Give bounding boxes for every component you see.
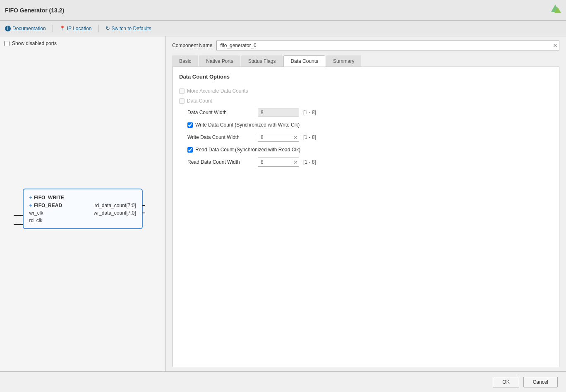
read-count-checkbox[interactable] bbox=[187, 147, 193, 153]
wr-data-count-signal: wr_data_count[7:0] bbox=[94, 210, 136, 216]
read-count-width-label: Read Data Count Width bbox=[187, 159, 254, 165]
data-count-width-input bbox=[258, 108, 299, 117]
fifo-read-plus: + bbox=[29, 202, 33, 208]
tabs-bar: Basic Native Ports Status Flags Data Cou… bbox=[172, 55, 559, 67]
write-count-checkbox[interactable] bbox=[187, 122, 193, 128]
component-name-row: Component Name ✕ bbox=[172, 41, 559, 50]
tab-basic[interactable]: Basic bbox=[172, 55, 198, 67]
title-bar: FIFO Generator (13.2) bbox=[0, 0, 566, 21]
ip-location-btn[interactable]: 📍 IP Location bbox=[60, 26, 92, 31]
write-count-width-clear-btn[interactable]: ✕ bbox=[293, 135, 298, 140]
rd-clk-row: rd_clk bbox=[24, 217, 142, 224]
wr-clk-wire-left bbox=[14, 215, 23, 216]
more-accurate-label: More Accurate Data Counts bbox=[179, 88, 248, 94]
component-name-clear-btn[interactable]: ✕ bbox=[553, 43, 558, 48]
more-accurate-checkbox bbox=[179, 88, 185, 94]
switch-defaults-btn[interactable]: ↻ Switch to Defaults bbox=[106, 25, 151, 31]
switch-defaults-label: Switch to Defaults bbox=[112, 26, 151, 31]
read-count-width-row: Read Data Count Width ✕ [1 - 8] bbox=[179, 158, 552, 167]
location-icon: 📍 bbox=[60, 26, 65, 31]
write-count-width-label: Write Data Count Width bbox=[187, 134, 254, 140]
show-disabled-label[interactable]: Show disabled ports bbox=[12, 41, 57, 46]
toolbar: i Documentation 📍 IP Location ↻ Switch t… bbox=[0, 21, 566, 36]
footer: OK Cancel bbox=[0, 371, 566, 392]
left-panel: Show disabled ports bbox=[0, 36, 165, 371]
info-icon: i bbox=[5, 26, 11, 31]
wr-clk-row: wr_clk wr_data_count[7:0] bbox=[24, 209, 142, 217]
ip-location-label: IP Location bbox=[67, 26, 92, 31]
tab-summary[interactable]: Summary bbox=[326, 55, 361, 67]
show-disabled-row: Show disabled ports bbox=[4, 41, 161, 46]
toolbar-divider-2 bbox=[98, 25, 99, 32]
write-count-width-wrapper: ✕ bbox=[258, 133, 299, 142]
rd-clk-label: rd_clk bbox=[29, 218, 43, 223]
write-count-checkbox-row: Write Data Count (Synchronized with Writ… bbox=[179, 122, 552, 128]
write-count-label: Write Data Count (Synchronized with Writ… bbox=[187, 122, 300, 128]
data-count-row: Data Count bbox=[179, 98, 552, 104]
read-count-label: Read Data Count (Synchronized with Read … bbox=[187, 147, 300, 153]
main-window: FIFO Generator (13.2) i Documentation 📍 … bbox=[0, 0, 566, 392]
read-count-width-input[interactable] bbox=[258, 158, 299, 167]
more-accurate-row: More Accurate Data Counts bbox=[179, 88, 552, 94]
read-count-width-range: [1 - 8] bbox=[303, 159, 316, 165]
fifo-block: + FIFO_WRITE + FIFO_READ rd_data_coun bbox=[23, 189, 143, 229]
component-name-input[interactable] bbox=[216, 41, 559, 50]
rd-clk-wire-left bbox=[14, 224, 23, 225]
tab-status-flags[interactable]: Status Flags bbox=[241, 55, 283, 67]
data-count-label: Data Count bbox=[179, 98, 212, 104]
refresh-icon: ↻ bbox=[106, 25, 110, 31]
component-input-wrapper: ✕ bbox=[216, 41, 559, 50]
show-disabled-checkbox[interactable] bbox=[4, 41, 10, 46]
read-count-width-clear-btn[interactable]: ✕ bbox=[293, 160, 298, 165]
tab-native-ports[interactable]: Native Ports bbox=[199, 55, 240, 67]
title-logo bbox=[549, 4, 561, 17]
cancel-button[interactable]: Cancel bbox=[523, 377, 558, 387]
fifo-write-label: FIFO_WRITE bbox=[34, 195, 64, 201]
documentation-btn[interactable]: i Documentation bbox=[5, 26, 46, 31]
data-count-width-label: Data Count Width bbox=[187, 110, 254, 115]
write-count-width-row: Write Data Count Width ✕ [1 - 8] bbox=[179, 133, 552, 142]
documentation-label: Documentation bbox=[12, 26, 46, 31]
read-count-checkbox-row: Read Data Count (Synchronized with Read … bbox=[179, 147, 552, 153]
wr-count-wire bbox=[142, 213, 145, 213]
right-panel: Component Name ✕ Basic Native Ports Stat… bbox=[165, 36, 566, 371]
toolbar-divider-1 bbox=[53, 25, 53, 32]
tab-content-data-counts: Data Count Options More Accurate Data Co… bbox=[172, 67, 559, 367]
fifo-read-label: FIFO_READ bbox=[34, 203, 62, 208]
write-count-width-input[interactable] bbox=[258, 133, 299, 142]
main-content: Show disabled ports bbox=[0, 36, 566, 371]
tab-data-counts[interactable]: Data Counts bbox=[283, 55, 325, 67]
ok-button[interactable]: OK bbox=[493, 377, 519, 387]
write-count-width-range: [1 - 8] bbox=[303, 134, 316, 140]
fifo-write-row: + FIFO_WRITE bbox=[24, 194, 142, 201]
data-count-checkbox bbox=[179, 98, 185, 104]
component-name-label: Component Name bbox=[172, 43, 212, 48]
rd-count-wire bbox=[142, 205, 145, 206]
fifo-read-row: + FIFO_READ rd_data_count[7:0] bbox=[24, 201, 142, 209]
data-count-width-range: [1 - 8] bbox=[303, 110, 316, 115]
read-count-width-wrapper: ✕ bbox=[258, 158, 299, 167]
diagram-area: + FIFO_WRITE + FIFO_READ rd_data_coun bbox=[4, 50, 161, 367]
data-count-width-row: Data Count Width [1 - 8] bbox=[179, 108, 552, 117]
section-title: Data Count Options bbox=[179, 74, 552, 81]
rd-data-count-signal: rd_data_count[7:0] bbox=[94, 203, 136, 208]
fifo-write-plus: + bbox=[29, 194, 33, 201]
window-title: FIFO Generator (13.2) bbox=[5, 7, 64, 14]
wr-clk-label: wr_clk bbox=[29, 210, 43, 216]
